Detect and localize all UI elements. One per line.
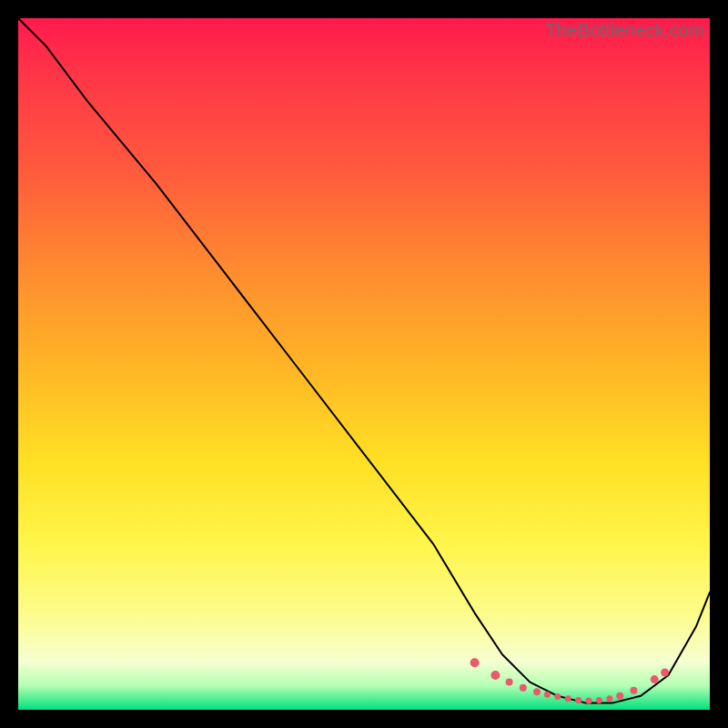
marker-dot — [520, 684, 527, 692]
marker-dot — [630, 687, 637, 694]
marker-dot — [651, 675, 659, 683]
marker-dot — [596, 697, 602, 703]
marker-dot — [575, 697, 581, 703]
marker-dot — [554, 693, 561, 700]
marker-dot — [661, 669, 669, 677]
chart-svg — [18, 18, 710, 710]
chart-frame: TheBottleneck.com — [0, 0, 728, 728]
marker-dot — [616, 693, 623, 700]
marker-dot — [606, 695, 612, 702]
marker-dot — [586, 698, 592, 704]
marker-dot — [565, 695, 571, 702]
marker-dot — [506, 679, 513, 686]
marker-dot — [533, 688, 541, 695]
plot-area: TheBottleneck.com — [18, 18, 710, 710]
marker-dot — [490, 671, 500, 680]
marker-dot — [470, 658, 480, 667]
bottleneck-curve — [18, 18, 710, 703]
marker-dot — [544, 692, 551, 698]
